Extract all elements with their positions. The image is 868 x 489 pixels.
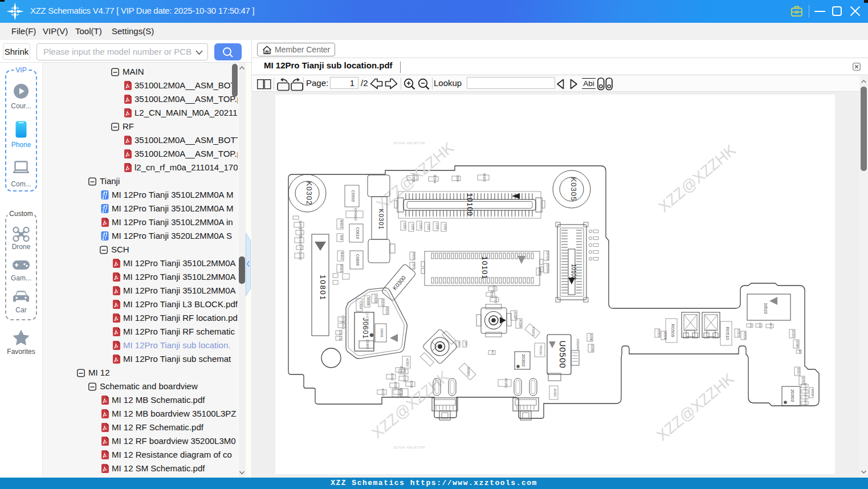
svg-text:R0605: R0605 <box>381 299 384 307</box>
svg-text:A03: A03 <box>403 369 406 374</box>
svg-text:A0343: A0343 <box>410 380 413 388</box>
svg-text:A0334: A0334 <box>519 319 522 328</box>
svg-text:K0300: K0300 <box>392 274 407 291</box>
svg-text:C083: C083 <box>427 224 430 230</box>
svg-text:A033: A033 <box>804 383 807 389</box>
svg-text:C0613: C0613 <box>341 321 344 329</box>
svg-text:R0602: R0602 <box>340 252 344 260</box>
svg-text:C0614: C0614 <box>359 301 362 309</box>
svg-text:A0363: A0363 <box>394 381 397 389</box>
svg-text:10801: 10801 <box>380 328 384 338</box>
svg-text:C0610: C0610 <box>412 262 415 270</box>
svg-text:10101: 10101 <box>480 256 489 279</box>
svg-text:SH0601: SH0601 <box>365 311 370 328</box>
svg-text:C050: C050 <box>759 323 761 328</box>
svg-text:A03: A03 <box>798 349 801 354</box>
svg-text:CR0602: CR0602 <box>354 208 357 221</box>
svg-text:R0509: R0509 <box>743 332 746 340</box>
svg-text:C0404: C0404 <box>546 263 549 272</box>
svg-text:A0323: A0323 <box>792 330 794 338</box>
svg-text:20303: 20303 <box>790 389 795 402</box>
svg-text:C0909: C0909 <box>351 190 355 202</box>
svg-text:C051: C051 <box>749 323 752 328</box>
svg-text:10100: 10100 <box>466 193 474 216</box>
svg-text:C06: C06 <box>299 244 303 250</box>
svg-text:R06: R06 <box>340 235 343 240</box>
svg-text:R0510: R0510 <box>725 327 730 340</box>
svg-text:R0603: R0603 <box>385 307 388 315</box>
svg-text:C0652: C0652 <box>299 251 302 260</box>
svg-text:C083: C083 <box>419 223 422 229</box>
svg-text:A0343: A0343 <box>590 344 593 352</box>
svg-text:XZZ FILM - ASM_BOTTOM: XZZ FILM - ASM_BOTTOM <box>393 446 425 449</box>
svg-text:A033: A033 <box>804 389 807 394</box>
svg-text:A03: A03 <box>491 351 494 355</box>
svg-text:A0330: A0330 <box>801 377 804 385</box>
svg-text:XZZ@XZZHK: XZZ@XZZHK <box>654 370 737 444</box>
svg-text:C083: C083 <box>435 223 438 230</box>
svg-text:B031B: B031B <box>811 389 814 396</box>
svg-text:R0605: R0605 <box>340 264 343 273</box>
svg-text:R0696: R0696 <box>366 298 370 306</box>
svg-text:B02: B02 <box>458 342 461 347</box>
svg-text:A0510: A0510 <box>769 323 772 329</box>
svg-text:A0309: A0309 <box>400 388 403 398</box>
svg-text:C06: C06 <box>339 336 341 341</box>
svg-text:C083: C083 <box>403 223 406 229</box>
svg-text:A0353: A0353 <box>406 358 409 366</box>
svg-text:U0500: U0500 <box>558 340 568 368</box>
svg-text:B02: B02 <box>464 342 467 347</box>
svg-text:XZZ@XZZHK: XZZ@XZZHK <box>655 141 739 215</box>
svg-text:XZZ@XZZHK: XZZ@XZZHK <box>369 368 453 442</box>
svg-text:10801: 10801 <box>319 275 327 301</box>
svg-text:A0383: A0383 <box>403 374 406 382</box>
svg-text:C0503: C0503 <box>657 329 660 337</box>
svg-text:A0345: A0345 <box>796 340 798 348</box>
svg-text:C033: C033 <box>538 268 541 275</box>
svg-text:R0504: R0504 <box>663 332 666 340</box>
svg-text:R0502: R0502 <box>494 296 497 304</box>
svg-text:R0504: R0504 <box>433 175 437 184</box>
svg-text:A033: A033 <box>804 400 807 406</box>
svg-text:A0343: A0343 <box>400 366 402 374</box>
svg-text:C0510: C0510 <box>737 329 740 337</box>
svg-text:C0810: C0810 <box>356 227 360 239</box>
svg-text:C083: C083 <box>443 224 446 230</box>
svg-text:A0363: A0363 <box>390 373 393 381</box>
svg-text:C0828: C0828 <box>412 174 415 182</box>
svg-text:R0603: R0603 <box>340 220 343 229</box>
svg-text:A0321: A0321 <box>553 389 557 397</box>
svg-text:C06: C06 <box>339 330 341 335</box>
svg-text:R0509: R0509 <box>670 324 675 337</box>
svg-text:C0403: C0403 <box>546 251 549 260</box>
svg-text:S0505R: S0505R <box>576 339 580 350</box>
svg-text:K0305: K0305 <box>569 177 578 202</box>
svg-text:C083: C083 <box>411 224 414 230</box>
svg-text:Y0333: Y0333 <box>539 345 543 355</box>
svg-text:10523: 10523 <box>764 303 768 314</box>
svg-text:20302: 20302 <box>521 354 526 367</box>
svg-text:R0503: R0503 <box>490 291 493 299</box>
svg-text:K0301: K0301 <box>378 209 385 230</box>
svg-text:S0803: S0803 <box>467 366 470 377</box>
svg-text:R0609: R0609 <box>412 252 415 260</box>
svg-text:A033: A033 <box>804 394 807 400</box>
svg-text:21903: 21903 <box>366 340 369 349</box>
svg-text:R0503: R0503 <box>483 173 486 182</box>
svg-text:C0618: C0618 <box>374 295 377 303</box>
svg-text:C0806: C0806 <box>356 254 360 266</box>
svg-text:C0651: C0651 <box>299 235 302 244</box>
svg-text:A0345: A0345 <box>589 333 592 341</box>
svg-text:R0507: R0507 <box>797 368 800 376</box>
svg-text:0839: 0839 <box>456 175 459 181</box>
svg-text:A0303: A0303 <box>381 388 384 396</box>
svg-text:A0353: A0353 <box>504 378 508 388</box>
svg-text:K0302: K0302 <box>305 181 313 206</box>
svg-text:Y0323: Y0323 <box>532 327 535 336</box>
svg-text:XZZ FILM - ASM_BOTTOM: XZZ FILM - ASM_BOTTOM <box>393 142 425 145</box>
